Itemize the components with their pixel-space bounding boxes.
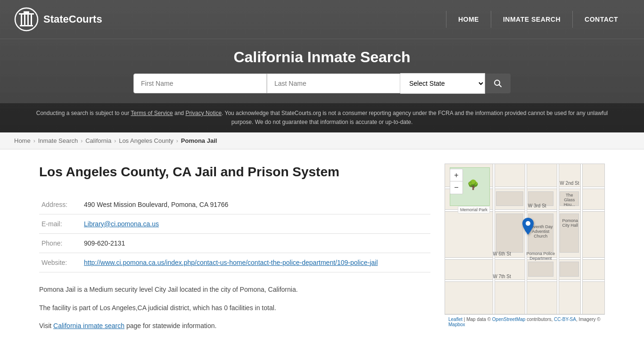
address-row: Address: 490 West Mission Boulevard, Pom…	[39, 195, 430, 214]
nav-contact[interactable]: CONTACT	[572, 11, 630, 28]
breadcrumb-current: Pomona Jail	[181, 137, 217, 144]
logo-text: StateCourts	[43, 13, 102, 25]
road-label-w6th: W 6th St	[493, 251, 511, 256]
zoom-out-button[interactable]: −	[450, 181, 462, 194]
logo-icon	[14, 7, 39, 32]
block-1	[496, 191, 523, 206]
desc-2: The facility is part of Los Angeles,CA j…	[39, 303, 430, 314]
road-v4	[580, 164, 583, 314]
header-content: StateCourts HOME INMATE SEARCH CONTACT C…	[0, 0, 644, 132]
pomona-police-label: Pomona Police Department	[525, 251, 557, 261]
phone-value: 909-620-2131	[82, 233, 430, 253]
breadcrumb-county[interactable]: Los Angeles County	[119, 137, 173, 144]
search-icon	[494, 79, 502, 88]
header: StateCourts HOME INMATE SEARCH CONTACT C…	[0, 0, 644, 132]
header-title-area: California Inmate Search	[0, 39, 644, 73]
breadcrumb: Home › Inmate Search › California › Los …	[0, 132, 644, 149]
svg-rect-2	[19, 13, 34, 15]
first-name-input[interactable]	[133, 74, 267, 93]
nav-home[interactable]: HOME	[446, 11, 491, 28]
svg-rect-6	[31, 15, 32, 25]
map-zoom-controls: + −	[450, 169, 463, 194]
map-attribution: Leaflet | Map data © OpenStreetMap contr…	[445, 314, 605, 329]
pomona-city-hall-label: Pomona City Hall	[560, 218, 580, 228]
block-6	[528, 262, 553, 277]
phone-label: Phone:	[39, 233, 82, 253]
road-label-w3rd: W 3rd St	[528, 203, 546, 208]
privacy-link[interactable]: Privacy Notice	[185, 110, 222, 116]
osm-link[interactable]: OpenStreetMap	[492, 317, 526, 322]
logo-area: StateCourts	[14, 7, 446, 32]
website-label: Website:	[39, 253, 82, 272]
ccbysa-link[interactable]: CC-BY-SA	[554, 317, 576, 322]
website-value: http://www.ci.pomona.ca.us/index.php/con…	[82, 253, 430, 272]
address-value: 490 West Mission Boulevard, Pomona, CA 9…	[82, 195, 430, 214]
disclaimer-area: Conducting a search is subject to our Te…	[0, 103, 644, 132]
svg-rect-3	[21, 15, 22, 25]
nav-inmate-search[interactable]: INMATE SEARCH	[491, 11, 572, 28]
svg-rect-1	[20, 25, 33, 26]
facility-details-table: Address: 490 West Mission Boulevard, Pom…	[39, 195, 430, 272]
road-v2	[525, 164, 527, 314]
breadcrumb-state[interactable]: California	[85, 137, 111, 144]
header-title: California Inmate Search	[14, 49, 630, 66]
breadcrumb-home[interactable]: Home	[14, 137, 31, 144]
search-bar-area: Select State California	[0, 73, 644, 103]
facility-info: Los Angeles County, CA Jail and Prison S…	[39, 164, 430, 339]
map-container[interactable]: 🌳 W 2nd St W 3rd St W 6th St W 7th St Th…	[445, 164, 605, 314]
mapbox-link[interactable]: Mapbox	[448, 322, 465, 327]
desc-3-before: Visit	[39, 322, 53, 329]
desc-3: Visit California inmate search page for …	[39, 321, 430, 332]
state-select[interactable]: Select State California	[400, 73, 485, 94]
email-label: E-mail:	[39, 214, 82, 233]
block-8	[496, 214, 523, 253]
email-value: Library@ci.pomona.ca.us	[82, 214, 430, 233]
svg-rect-4	[24, 15, 25, 25]
ca-inmate-search-link[interactable]: California inmate search	[53, 322, 124, 329]
block-7	[560, 262, 579, 277]
glass-house-label: The Glass Hou...	[560, 193, 579, 207]
svg-rect-5	[27, 15, 29, 25]
website-row: Website: http://www.ci.pomona.ca.us/inde…	[39, 253, 430, 272]
breadcrumb-sep-2: ›	[81, 138, 83, 144]
breadcrumb-sep-4: ›	[176, 138, 178, 144]
breadcrumb-sep-3: ›	[114, 138, 116, 144]
park-label-text: Memorial Park	[460, 207, 487, 212]
svg-rect-7	[24, 11, 29, 13]
address-label: Address:	[39, 195, 82, 214]
email-link[interactable]: Library@ci.pomona.ca.us	[84, 220, 159, 228]
main-nav: HOME INMATE SEARCH CONTACT	[446, 11, 630, 28]
svg-point-10	[526, 221, 530, 226]
road-label-w7th: W 7th St	[493, 274, 511, 279]
breadcrumb-inmate-search[interactable]: Inmate Search	[38, 137, 78, 144]
road-v3	[557, 164, 559, 314]
search-form: Select State California	[133, 73, 511, 94]
main-content: Los Angeles County, CA Jail and Prison S…	[20, 149, 624, 353]
desc-3-after: page for statewide information.	[124, 322, 216, 329]
park-tree-icon: 🌳	[467, 179, 479, 190]
search-button[interactable]	[485, 74, 511, 93]
road-v1	[493, 164, 495, 314]
terms-link[interactable]: Terms of Service	[131, 110, 173, 116]
memorial-park-label: Memorial Park	[458, 206, 490, 214]
zoom-in-button[interactable]: +	[450, 169, 462, 181]
disclaimer-text: Conducting a search is subject to our Te…	[36, 110, 608, 125]
svg-line-9	[499, 85, 502, 87]
website-link[interactable]: http://www.ci.pomona.ca.us/index.php/con…	[84, 259, 378, 266]
road-label-w2nd: W 2nd St	[560, 181, 579, 186]
facility-title: Los Angeles County, CA Jail and Prison S…	[39, 164, 430, 181]
map-background: 🌳 W 2nd St W 3rd St W 6th St W 7th St Th…	[445, 164, 604, 314]
map-area: 🌳 W 2nd St W 3rd St W 6th St W 7th St Th…	[445, 164, 605, 339]
top-navigation: StateCourts HOME INMATE SEARCH CONTACT	[0, 0, 644, 39]
email-row: E-mail: Library@ci.pomona.ca.us	[39, 214, 430, 233]
phone-row: Phone: 909-620-2131	[39, 233, 430, 253]
map-pin	[522, 218, 534, 236]
breadcrumb-sep-1: ›	[33, 138, 35, 144]
desc-1: Pomona Jail is a Medium security level C…	[39, 284, 430, 296]
last-name-input[interactable]	[267, 74, 400, 93]
leaflet-link[interactable]: Leaflet	[448, 317, 462, 322]
